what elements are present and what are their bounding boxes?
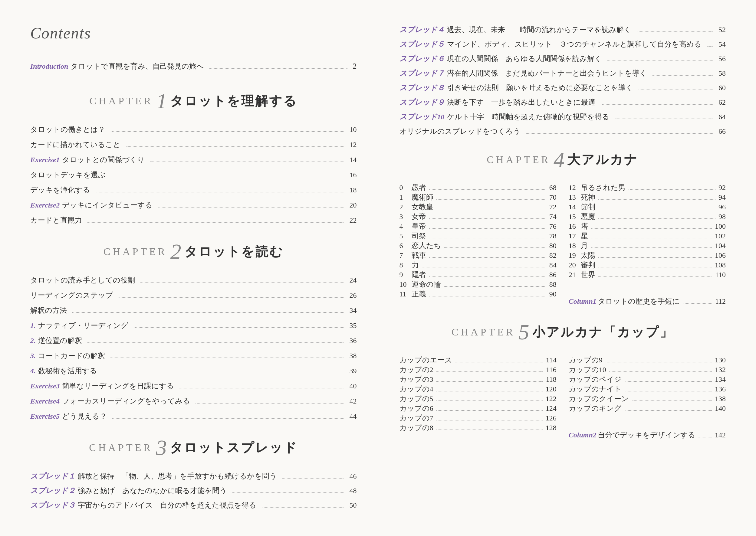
- arc-dots: [591, 248, 712, 248]
- arc-page: 86: [549, 271, 557, 279]
- ch2-num: 2: [170, 241, 181, 263]
- arcana-item: 4 皇帝 76: [399, 221, 557, 231]
- ch3-num: 3: [156, 437, 167, 458]
- page-num: 39: [350, 365, 357, 376]
- toc-entry: タロットの読み手としての役割 24: [30, 275, 357, 285]
- arc-num: 1: [399, 193, 410, 201]
- arc-num: 19: [569, 251, 580, 259]
- arc-page: 108: [715, 261, 726, 269]
- cup-dots: [625, 381, 712, 382]
- dots: [134, 327, 344, 328]
- spread-text: マインド、ボディ、スピリット ３つのチャンネルと調和して自分を高める: [447, 39, 702, 50]
- arc-num: 8: [399, 261, 410, 269]
- page-num: 40: [350, 381, 357, 391]
- ch2-entries: タロットの読み手としての役割 24 リーディングのステップ 26 解釈の方法 3…: [30, 275, 357, 422]
- arcana-item: 18 月 104: [569, 241, 726, 251]
- dots: [526, 133, 713, 134]
- toc-entry: タロットの働きとは？ 10: [30, 124, 357, 135]
- dots: [112, 418, 344, 419]
- arc-num: 9: [399, 271, 410, 279]
- num-label: 4.: [30, 365, 36, 376]
- arc-name: 運命の輪: [412, 280, 441, 289]
- cup-page: 130: [715, 356, 726, 364]
- entry-text: リーディングのステップ: [30, 290, 113, 301]
- cups-item: カップの8 128: [399, 423, 557, 433]
- arc-name: 星: [581, 231, 588, 241]
- cup-dots: [436, 381, 543, 382]
- arc-dots: [444, 286, 546, 287]
- ch5-num: 5: [518, 321, 529, 343]
- exercise-label: Exercise3: [30, 381, 60, 391]
- arc-name: 女教皇: [412, 202, 433, 212]
- entry-text: 簡単なリーディングを日課にする: [62, 381, 174, 391]
- spread-label: スプレッド４: [399, 24, 445, 35]
- arc-num: 10: [399, 281, 410, 288]
- column-label: Column2: [569, 431, 597, 439]
- dots: [683, 303, 712, 304]
- entry-text: タロットとの関係づくり: [62, 154, 145, 165]
- cups-item: カップのエース 114: [399, 355, 557, 365]
- cup-page: 114: [546, 356, 557, 364]
- toc-entry: カードに描かれていること 12: [30, 139, 357, 150]
- arcana-item: 20 審判 108: [569, 260, 726, 270]
- spread-text: オリジナルのスプレッドをつくろう: [399, 126, 521, 137]
- ch4-title: 大アルカナ: [567, 151, 638, 168]
- entry-text: コートカードの解釈: [38, 350, 105, 361]
- spread-label: スプレッド６: [399, 53, 445, 64]
- cup-dots: [609, 371, 712, 372]
- cup-name: カップの3: [399, 375, 433, 384]
- toc-entry: 解釈の方法 34: [30, 305, 357, 316]
- cup-dots: [625, 391, 712, 391]
- arcana-left-col: 0 愚者 68 1 魔術師 70 2 女教皇 72: [399, 183, 557, 306]
- spread-text: 宇宙からのアドバイス 自分の枠を超えた視点を得る: [78, 500, 256, 511]
- arc-num: 20: [569, 261, 580, 269]
- cup-name: カップの10: [569, 365, 606, 375]
- cup-name: カップの5: [399, 394, 433, 404]
- entry-text: タロットの働きとは？: [30, 124, 105, 135]
- dots: [150, 161, 344, 162]
- spread-label: スプレッド７: [399, 68, 445, 79]
- arc-dots: [598, 209, 715, 209]
- cups-item: カップの10 132: [569, 365, 726, 375]
- arc-page: 70: [549, 193, 557, 201]
- cups-item: カップのペイジ 134: [569, 375, 726, 384]
- arcana-item: 6 恋人たち 80: [399, 241, 557, 251]
- arc-page: 96: [718, 203, 726, 211]
- ch3-left-entries: スプレッド１ 解放と保持 「物、人、思考」を手放すかも続けるかを問う 46 スプ…: [30, 471, 357, 511]
- arcana-item: 14 節制 96: [569, 202, 726, 212]
- arc-dots: [629, 189, 715, 190]
- arcana-item: 10 運命の輪 88: [399, 280, 557, 289]
- arc-page: 88: [549, 281, 557, 288]
- dots: [282, 478, 344, 479]
- arc-name: 節制: [581, 202, 595, 212]
- dots: [119, 297, 344, 298]
- arcana-item: 19 太陽 106: [569, 251, 726, 260]
- entry-text: タロットの読み手としての役割: [30, 275, 135, 285]
- cups-grid: カップのエース 114 カップの2 116 カップの3 118 カップの4: [399, 355, 726, 440]
- dots: [707, 46, 713, 47]
- right-column: スプレッド４ 過去、現在、未来 時間の流れからテーマを読み解く 52 スプレッド…: [387, 24, 726, 520]
- page-num: 18: [350, 184, 357, 195]
- cups-item: カップの7 126: [399, 413, 557, 423]
- page-num: 34: [350, 305, 357, 316]
- arc-page: 104: [715, 242, 726, 250]
- ch4-prefix: CHAPTER: [487, 154, 551, 165]
- page-num: 38: [350, 350, 357, 361]
- arcana-item: 5 司祭 78: [399, 231, 557, 241]
- toc-entry: Exercise5 どう見える？ 44: [30, 411, 357, 422]
- arc-page: 68: [549, 184, 557, 192]
- dots: [87, 342, 344, 343]
- cup-name: カップの9: [569, 355, 602, 365]
- cup-dots: [436, 371, 543, 372]
- entry-text: フォーカスリーディングをやってみる: [62, 396, 190, 407]
- arc-dots: [598, 199, 715, 200]
- arcana-right-col: 12 吊るされた男 92 13 死神 94 14 節制 96: [569, 183, 726, 306]
- column-text: タロットの歴史を手短に: [598, 296, 680, 306]
- arcana-item: 12 吊るされた男 92: [569, 183, 726, 192]
- dots: [126, 147, 344, 147]
- arc-name: 力: [412, 260, 419, 270]
- spread-entry: スプレッド５ マインド、ボディ、スピリット ３つのチャンネルと調和して自分を高め…: [399, 39, 726, 50]
- dots: [87, 222, 344, 223]
- intro-text: タロットで直観を育み、自己発見の旅へ: [71, 61, 204, 72]
- arc-page: 84: [549, 261, 557, 269]
